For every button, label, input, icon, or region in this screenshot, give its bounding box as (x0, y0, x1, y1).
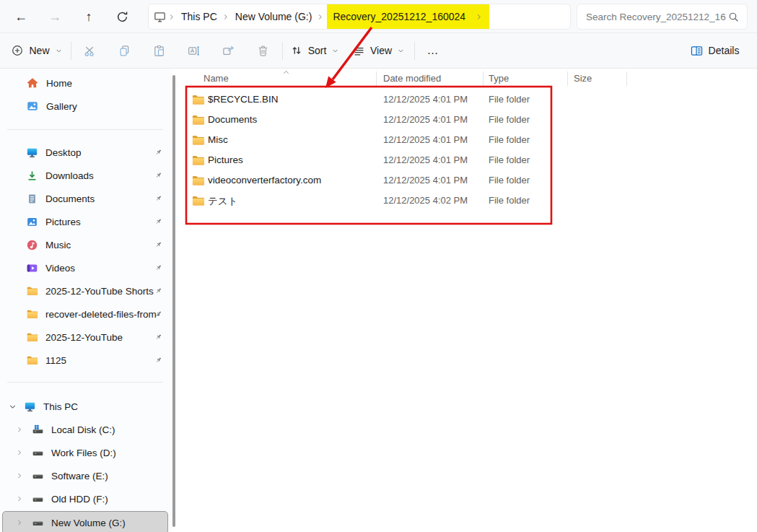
back-button[interactable]: ← (7, 3, 35, 30)
new-plus-icon (11, 44, 24, 57)
chevron-down-icon (397, 47, 405, 55)
chevron-right-icon[interactable] (15, 425, 24, 434)
copy-icon (118, 44, 131, 58)
sidebar-item-youtube-shorts-folder[interactable]: 2025-12-YouTube Shorts (2, 280, 168, 302)
breadcrumb-current-label: Recovery_20251212_160024 (333, 11, 465, 22)
sidebar-label: Gallery (46, 101, 77, 112)
sidebar-divider (7, 382, 163, 383)
column-separator[interactable] (567, 71, 568, 86)
chevron-right-icon (168, 13, 176, 21)
folder-icon (26, 331, 38, 344)
refresh-button[interactable] (108, 3, 136, 30)
column-header-type[interactable]: Type (489, 73, 509, 84)
copy-button[interactable] (110, 38, 138, 64)
view-button[interactable]: View (351, 38, 407, 64)
sort-ascending-caret-icon (281, 68, 291, 77)
file-row-videoconverterfactory[interactable]: videoconverterfactory.com 12/12/2025 4:0… (176, 170, 739, 191)
sidebar-item-pictures[interactable]: Pictures (2, 211, 168, 232)
chevron-right-icon[interactable] (15, 518, 24, 527)
sidebar-item-new-volume-g-selected[interactable]: New Volume (G:) (2, 511, 168, 532)
new-button[interactable]: New (9, 38, 65, 64)
pin-icon (154, 287, 163, 296)
chevron-right-icon[interactable] (15, 494, 24, 503)
up-arrow-icon: ↑ (86, 9, 92, 25)
folder-icon (191, 194, 205, 208)
sidebar-item-work-files-d[interactable]: Work Files (D:) (2, 442, 168, 463)
sidebar-item-1125-folder[interactable]: 1125 (2, 349, 168, 371)
refresh-icon (115, 10, 129, 24)
paste-button[interactable] (145, 38, 172, 64)
forward-button[interactable]: → (41, 3, 69, 30)
sidebar-item-local-disk-c[interactable]: Local Disk (C:) (2, 419, 168, 440)
sidebar-item-youtube-folder[interactable]: 2025-12-YouTube (2, 326, 168, 348)
this-pc-icon (153, 10, 167, 24)
address-bar[interactable]: This PC New Volume (G:) Recovery_2025121… (148, 4, 571, 30)
up-button[interactable]: ↑ (75, 3, 102, 30)
sidebar-item-software-e[interactable]: Software (E:) (2, 465, 168, 487)
file-date-modified: 12/12/2025 4:01 PM (383, 175, 468, 186)
view-lines-icon (353, 45, 365, 57)
chevron-down-icon (331, 47, 339, 55)
file-row-recycle-bin[interactable]: $RECYCLE.BIN 12/12/2025 4:01 PM File fol… (176, 90, 739, 110)
sidebar-scrollbar[interactable] (172, 75, 175, 527)
file-type: File folder (489, 94, 530, 105)
column-header-date-modified[interactable]: Date modified (383, 73, 441, 84)
breadcrumb-current-highlighted[interactable]: Recovery_20251212_160024 (327, 4, 489, 29)
pin-icon (154, 148, 163, 157)
chevron-right-icon (317, 13, 325, 21)
home-icon (26, 77, 39, 90)
folder-icon (26, 308, 38, 320)
sidebar-item-home[interactable]: Home (2, 72, 168, 94)
file-name: テスト (208, 195, 237, 208)
sidebar-item-gallery[interactable]: Gallery (2, 95, 168, 117)
breadcrumb-new-volume[interactable]: New Volume (G:) (232, 11, 316, 22)
sidebar-item-videos[interactable]: Videos (2, 257, 168, 279)
see-more-button[interactable]: … (420, 38, 446, 64)
details-pane-button[interactable]: Details (683, 38, 745, 64)
column-header-size[interactable]: Size (574, 73, 592, 84)
file-row-misc[interactable]: Misc 12/12/2025 4:01 PM File folder (176, 130, 739, 150)
toolbar-separator (282, 42, 283, 60)
file-row-pictures[interactable]: Pictures 12/12/2025 4:01 PM File folder (176, 150, 739, 170)
sort-arrows-icon (290, 44, 303, 57)
search-input[interactable] (585, 11, 727, 23)
column-separator[interactable] (626, 71, 627, 86)
rename-icon (187, 44, 201, 58)
column-separator[interactable] (376, 71, 377, 86)
command-toolbar: New Sort View … Details (0, 33, 757, 69)
search-box[interactable] (577, 4, 748, 30)
chevron-right-icon[interactable] (15, 471, 24, 480)
share-icon (222, 44, 235, 58)
file-name: Documents (208, 114, 257, 125)
cut-button[interactable] (76, 38, 103, 64)
sidebar-item-music[interactable]: Music (2, 234, 168, 256)
sidebar-item-this-pc[interactable]: This PC (2, 396, 168, 417)
delete-button[interactable] (249, 38, 276, 64)
sidebar-label: Downloads (45, 170, 94, 181)
sidebar-item-downloads[interactable]: Downloads (2, 165, 168, 186)
sort-button[interactable]: Sort (288, 38, 341, 64)
sidebar-item-old-hdd-f[interactable]: Old HDD (F:) (2, 488, 168, 510)
pin-icon (154, 217, 163, 227)
documents-icon (26, 193, 38, 205)
breadcrumb-this-pc[interactable]: This PC (178, 11, 221, 22)
file-name: $RECYCLE.BIN (208, 94, 279, 105)
share-button[interactable] (214, 38, 242, 64)
file-row-tesuto[interactable]: テスト 12/12/2025 4:02 PM File folder (176, 191, 739, 211)
file-date-modified: 12/12/2025 4:01 PM (383, 94, 468, 105)
chevron-down-icon[interactable] (8, 402, 17, 411)
sidebar-item-recover-deleted-folder[interactable]: recover-deleted-files-from-rec (2, 303, 168, 325)
column-separator[interactable] (483, 71, 483, 86)
file-row-documents[interactable]: Documents 12/12/2025 4:01 PM File folder (176, 110, 739, 130)
ellipsis-icon: … (427, 44, 439, 57)
sidebar-label: Home (46, 78, 72, 89)
folder-icon (26, 354, 38, 367)
rename-button[interactable] (180, 38, 207, 64)
chevron-right-icon[interactable] (15, 448, 24, 457)
column-header-name[interactable]: Name (204, 73, 229, 84)
sidebar-item-desktop[interactable]: Desktop (2, 141, 168, 163)
view-label: View (370, 45, 392, 56)
file-date-modified: 12/12/2025 4:01 PM (383, 114, 468, 125)
drive-icon (32, 517, 44, 529)
sidebar-item-documents[interactable]: Documents (2, 188, 168, 209)
